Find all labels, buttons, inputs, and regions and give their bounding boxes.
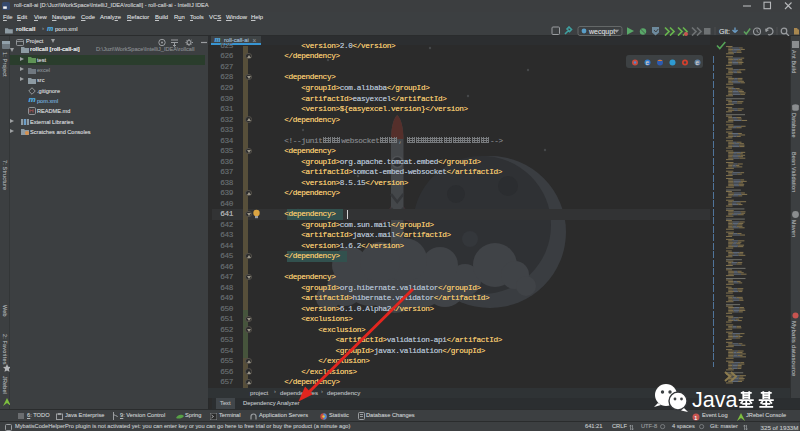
svg-text:Java: Java: [692, 388, 737, 412]
